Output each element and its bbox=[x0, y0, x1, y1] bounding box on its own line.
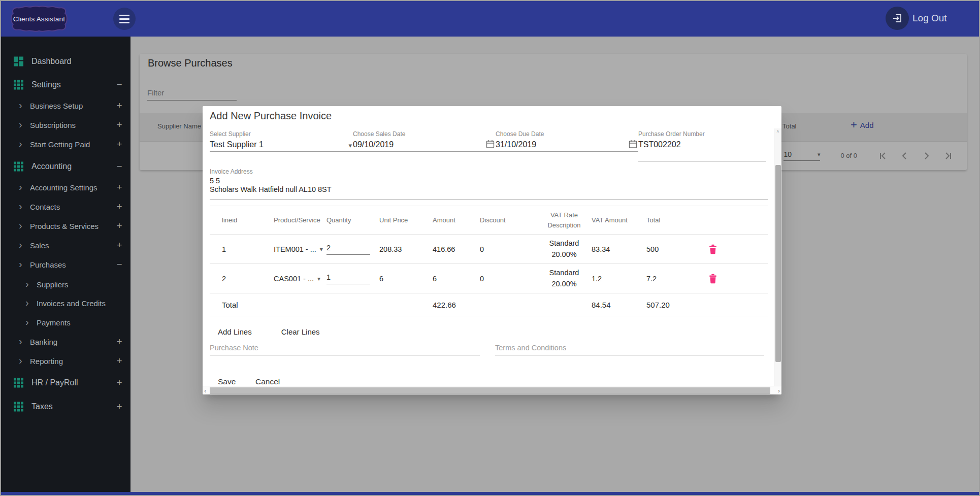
dropdown-arrow-icon: ▾ bbox=[317, 275, 320, 282]
apps-grid-icon bbox=[13, 402, 24, 412]
sidebar-item-taxes[interactable]: Taxes + bbox=[1, 399, 130, 415]
sidebar-item-invoices-and-credits[interactable]: › Invoices and Credits bbox=[1, 295, 130, 311]
bottom-accent-bar bbox=[1, 492, 979, 496]
totals-row: Total 422.66 84.54 507.20 bbox=[210, 293, 768, 316]
calendar-icon[interactable] bbox=[629, 140, 637, 151]
expand-plus-icon[interactable]: + bbox=[114, 240, 125, 251]
save-button[interactable]: Save bbox=[218, 377, 236, 386]
sidebar-item-banking[interactable]: › Banking + bbox=[1, 334, 130, 350]
line-actions: Add Lines Clear Lines bbox=[218, 327, 320, 336]
expand-plus-icon[interactable]: + bbox=[114, 220, 125, 232]
sidebar-item-subscriptions[interactable]: › Subscriptions + bbox=[1, 117, 130, 133]
expand-plus-icon[interactable]: + bbox=[114, 336, 125, 347]
invoice-address-underline bbox=[210, 200, 768, 200]
chevron-right-icon: › bbox=[19, 259, 22, 269]
trash-icon bbox=[708, 244, 717, 254]
invoice-lines-table: lineid Product/Service Quantity Unit Pri… bbox=[210, 206, 768, 316]
scroll-left-icon[interactable]: ‹ bbox=[204, 387, 206, 394]
sidebar-item-sales[interactable]: › Sales + bbox=[1, 237, 130, 253]
clear-lines-button[interactable]: Clear Lines bbox=[281, 327, 320, 336]
dashboard-icon bbox=[13, 56, 24, 67]
total-amount: 422.66 bbox=[433, 301, 480, 309]
collapse-minus-icon[interactable]: − bbox=[114, 259, 125, 270]
vertical-scrollbar-thumb[interactable] bbox=[775, 165, 781, 362]
chevron-right-icon: › bbox=[19, 355, 22, 366]
delete-line-button[interactable] bbox=[702, 274, 768, 284]
due-date-field[interactable]: Choose Due Date 31/10/2019 bbox=[496, 130, 638, 162]
expand-plus-icon[interactable]: + bbox=[114, 201, 125, 212]
dialog-vertical-scrollbar[interactable]: ˄ bbox=[774, 128, 781, 386]
sales-date-field[interactable]: Choose Sales Date 09/10/2019 bbox=[353, 130, 496, 162]
invoice-line-row: 2 CAS001 - ... ▾ 1 6 6 0 Standard 20.00%… bbox=[210, 264, 768, 293]
dialog-title: Add New Purchase Invoice bbox=[210, 110, 332, 122]
sidebar-item-suppliers[interactable]: › Suppliers bbox=[1, 276, 130, 292]
quantity-input[interactable]: 2 bbox=[326, 244, 379, 255]
expand-plus-icon[interactable]: + bbox=[114, 401, 125, 412]
logout-icon bbox=[886, 7, 909, 30]
expand-plus-icon[interactable]: + bbox=[114, 100, 125, 111]
sidebar-item-settings[interactable]: Settings − bbox=[1, 77, 130, 93]
add-lines-button[interactable]: Add Lines bbox=[218, 327, 252, 336]
collapse-minus-icon[interactable]: − bbox=[114, 79, 125, 90]
cancel-button[interactable]: Cancel bbox=[255, 377, 280, 386]
hamburger-menu-icon[interactable] bbox=[113, 8, 136, 30]
brand-logo[interactable]: Clients Assistant bbox=[9, 4, 69, 34]
invoice-line-row: 1 ITEM001 - ... ▾ 2 208.33 416.66 0 Stan… bbox=[210, 235, 768, 264]
scroll-up-icon[interactable]: ˄ bbox=[774, 129, 781, 134]
apps-grid-icon bbox=[13, 80, 24, 90]
chevron-right-icon: › bbox=[19, 201, 22, 211]
delete-line-button[interactable] bbox=[702, 244, 768, 254]
trash-icon bbox=[708, 274, 717, 284]
sidebar-item-payments[interactable]: › Payments bbox=[1, 314, 130, 330]
scroll-right-icon[interactable]: › bbox=[778, 387, 780, 394]
expand-plus-icon[interactable]: + bbox=[114, 119, 125, 130]
invoice-address-line1: 5 5 bbox=[210, 177, 220, 185]
apps-grid-icon bbox=[13, 378, 24, 388]
purchase-order-number-field[interactable]: Purchase Order Number TST002202 bbox=[638, 130, 766, 162]
lines-table-header-row: lineid Product/Service Quantity Unit Pri… bbox=[210, 206, 768, 235]
total-gross: 507.20 bbox=[646, 301, 702, 309]
sidebar-item-start-getting-paid[interactable]: › Start Getting Paid + bbox=[1, 136, 130, 152]
apps-grid-icon bbox=[13, 161, 24, 172]
sidebar-item-business-setup[interactable]: › Business Setup + bbox=[1, 97, 130, 114]
terms-and-conditions-input[interactable] bbox=[495, 343, 764, 355]
expand-plus-icon[interactable]: + bbox=[114, 355, 125, 367]
expand-plus-icon[interactable]: + bbox=[114, 377, 125, 388]
sidebar-nav: Dashboard Settings − › Business Setup + … bbox=[1, 37, 130, 492]
sidebar-item-accounting[interactable]: Accounting − bbox=[1, 158, 130, 175]
app-window: Clients Assistant Log Out Dashboard bbox=[0, 0, 980, 496]
dropdown-arrow-icon: ▾ bbox=[320, 246, 323, 253]
sidebar-item-contacts[interactable]: › Contacts + bbox=[1, 199, 130, 215]
dropdown-arrow-icon: ▾ bbox=[348, 142, 352, 149]
calendar-icon[interactable] bbox=[486, 140, 495, 151]
chevron-right-icon: › bbox=[19, 220, 22, 230]
add-purchase-invoice-dialog: Add New Purchase Invoice Select Supplier… bbox=[203, 106, 781, 394]
select-supplier-field[interactable]: Select Supplier Test Supplier 1 ▾ bbox=[210, 130, 354, 162]
sidebar-item-accounting-settings[interactable]: › Accounting Settings + bbox=[1, 179, 130, 195]
top-bar: Clients Assistant Log Out bbox=[1, 1, 979, 37]
product-select[interactable]: CAS001 - ... ▾ bbox=[274, 275, 326, 283]
horizontal-scrollbar-thumb[interactable] bbox=[210, 387, 770, 394]
collapse-minus-icon[interactable]: − bbox=[114, 161, 125, 172]
total-vat-amount: 84.54 bbox=[592, 301, 646, 309]
quantity-input[interactable]: 1 bbox=[326, 273, 379, 284]
sidebar-item-products-services[interactable]: › Products & Services + bbox=[1, 218, 130, 234]
chevron-right-icon: › bbox=[25, 279, 29, 289]
sidebar-item-hr-payroll[interactable]: HR / PayRoll + bbox=[1, 375, 130, 391]
invoice-address-label: Invoice Address bbox=[210, 168, 253, 175]
sidebar-item-dashboard[interactable]: Dashboard bbox=[1, 53, 130, 70]
logout-button[interactable]: Log Out bbox=[886, 7, 947, 30]
chevron-right-icon: › bbox=[25, 317, 29, 327]
chevron-right-icon: › bbox=[19, 139, 22, 149]
purchase-note-input[interactable] bbox=[210, 343, 480, 355]
brand-name: Clients Assistant bbox=[9, 4, 69, 34]
product-select[interactable]: ITEM001 - ... ▾ bbox=[274, 245, 326, 253]
sidebar-item-purchases[interactable]: › Purchases − bbox=[1, 256, 130, 273]
logout-label: Log Out bbox=[912, 13, 947, 24]
chevron-right-icon: › bbox=[25, 297, 29, 308]
chevron-right-icon: › bbox=[19, 240, 22, 250]
expand-plus-icon[interactable]: + bbox=[114, 182, 125, 193]
sidebar-item-reporting[interactable]: › Reporting + bbox=[1, 353, 130, 369]
expand-plus-icon[interactable]: + bbox=[114, 139, 125, 150]
dialog-horizontal-scrollbar[interactable]: ‹ › bbox=[203, 386, 781, 394]
